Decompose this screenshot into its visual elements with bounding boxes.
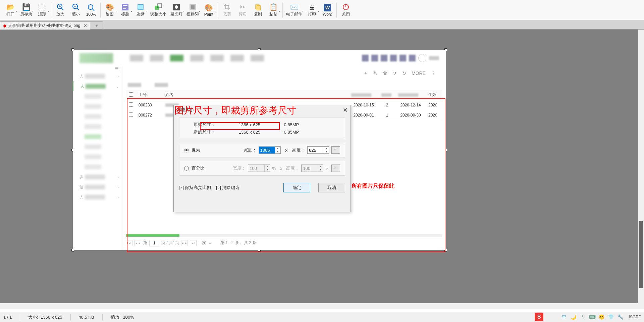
annotation-text-2: 所有图片只保留此 [352, 183, 394, 190]
spotlight-button[interactable]: 聚光灯▾ [168, 1, 184, 19]
horizontal-scrollbar[interactable] [0, 303, 638, 309]
edit-icon[interactable]: ✎ [373, 71, 377, 76]
blur-button[interactable]: 模糊50▾ [184, 1, 201, 19]
open-button[interactable]: 📂打开▾ [3, 1, 18, 19]
cut-button: ✂剪切 [235, 1, 250, 19]
copy-button[interactable]: 复制 [250, 1, 266, 19]
pager-prev[interactable]: ◄◄ [135, 240, 141, 246]
zoom-out-button[interactable]: 缩小 [68, 1, 84, 19]
tab-close[interactable]: ✕ [84, 23, 87, 28]
logo [79, 53, 113, 63]
sidebar-item[interactable]: 人› [73, 192, 122, 202]
sidebar-item[interactable] [73, 122, 122, 132]
cancel-button[interactable]: 取消 [318, 183, 345, 192]
sidebar-item[interactable]: 实› [73, 172, 122, 182]
select-all-checkbox[interactable] [129, 92, 133, 97]
more-px-button[interactable]: ⋯ [331, 146, 340, 154]
tray-icon[interactable]: 😊 [598, 313, 605, 321]
rect-button[interactable]: 矩形▾ [34, 1, 50, 19]
draw-button[interactable]: 🎨绘图▾ [102, 1, 117, 19]
add-icon[interactable]: ＋ [363, 70, 368, 76]
new-size: 1366 x 625 [224, 130, 275, 135]
paste-button[interactable]: 📋粘贴▾ [266, 1, 281, 19]
vertical-scrollbar[interactable] [638, 30, 644, 309]
file-tab[interactable]: ◆ 人事管理-试用期变动-处理弹窗-确定.png ✕ [0, 21, 90, 30]
crop-icon [223, 3, 231, 11]
copy-icon [254, 3, 262, 11]
pixel-radio[interactable] [184, 148, 189, 152]
word-button[interactable]: WWord [320, 1, 335, 19]
tab-bar: ◆ 人事管理-试用期变动-处理弹窗-确定.png ✕ ＋ [0, 20, 644, 30]
antialias-checkbox[interactable]: ✓消除锯齿 [216, 185, 239, 191]
annotation-text-1: 图片尺寸，即裁剪所参考尺寸 [174, 104, 297, 117]
save-as-button[interactable]: 💾另存为▾ [18, 1, 34, 19]
menu-icon[interactable]: ⋮ [431, 71, 436, 76]
canvas-area[interactable]: ☰ 人› 人⌄ 实› 信› 人› ＋ ✎ 🗑 ⧩ [0, 30, 644, 309]
ok-button[interactable]: 确定 [283, 183, 310, 192]
svg-line-9 [92, 9, 94, 11]
annotation-rect-2 [200, 122, 280, 130]
refresh-icon[interactable]: ↻ [402, 71, 406, 76]
paint-button[interactable]: 🎨Paint▾ [201, 1, 216, 19]
sidebar-item[interactable] [73, 142, 122, 152]
tray-icon[interactable]: °, [579, 313, 587, 321]
row-checkbox[interactable] [129, 112, 133, 117]
svg-rect-11 [123, 5, 127, 6]
spotlight-icon [172, 3, 181, 11]
tray-settings-icon[interactable]: 🔧 [617, 313, 624, 321]
svg-line-6 [77, 8, 79, 10]
print-button[interactable]: 🖨打印▾ [304, 1, 320, 19]
sidebar-item[interactable] [73, 132, 122, 142]
sidebar-item[interactable] [73, 101, 122, 111]
modified-dot-icon: ◆ [3, 23, 7, 28]
more-button[interactable]: MORE [412, 71, 426, 76]
sidebar-item[interactable] [73, 152, 122, 162]
ime-icon[interactable]: S [535, 313, 543, 321]
width-px-input[interactable]: ▲▼ [259, 146, 281, 154]
pager-next[interactable]: ►► [181, 240, 188, 246]
edge-icon [136, 3, 145, 11]
sidebar-item[interactable] [73, 162, 122, 172]
title-button[interactable]: 标题▾ [117, 1, 133, 19]
sidebar-item[interactable]: 人› [73, 71, 122, 81]
edge-button[interactable]: 边缘▾ [133, 1, 148, 19]
svg-rect-13 [123, 8, 126, 9]
pager-last[interactable]: ►I [190, 240, 197, 246]
sidebar-item[interactable]: 人⌄ [73, 81, 122, 91]
resize-button[interactable]: 调整大小 [148, 1, 168, 19]
status-zoom: 100% [123, 315, 134, 320]
sidebar-item[interactable] [73, 91, 122, 101]
zoom-in-button[interactable]: 放大 [53, 1, 68, 19]
close-button[interactable]: 关闭 [338, 1, 354, 19]
dialog-close-button[interactable]: ✕ [342, 106, 348, 114]
tray-icon[interactable]: 👕 [607, 313, 615, 321]
filter-icon[interactable]: ⧩ [393, 71, 397, 76]
folder-open-icon: 📂 [6, 3, 15, 11]
keep-ratio-checkbox[interactable]: ✓保持高宽比例 [179, 185, 211, 191]
tab-add-button[interactable]: ＋ [90, 21, 103, 30]
email-button[interactable]: ✉️电子邮件▾ [284, 1, 304, 19]
email-icon: ✉️ [290, 3, 299, 11]
zoom-out-icon [71, 3, 80, 11]
sidebar-item[interactable]: 信› [73, 182, 122, 192]
delete-icon[interactable]: 🗑 [383, 71, 387, 76]
tray-icon[interactable]: 中 [560, 313, 568, 321]
table-header: 工号 姓名 生效 [126, 90, 442, 100]
more-pct-button[interactable]: ⋯ [331, 165, 340, 172]
row-checkbox[interactable] [129, 102, 133, 107]
svg-line-2 [61, 8, 63, 10]
page-input[interactable] [149, 240, 159, 246]
tray-keyboard-icon[interactable]: ⌨ [589, 313, 596, 321]
svg-rect-0 [39, 4, 45, 10]
paint-icon: 🎨 [204, 3, 213, 12]
scrollbar-thumb[interactable] [639, 221, 643, 288]
rect-select-icon [38, 3, 46, 11]
pager-first[interactable]: I◄ [126, 240, 132, 246]
percent-radio[interactable] [184, 166, 189, 171]
svg-point-18 [175, 5, 178, 9]
tray-moon-icon[interactable]: 🌙 [570, 313, 577, 321]
zoom-100-button[interactable]: 100% [84, 1, 99, 19]
webpage-header [73, 50, 446, 66]
sidebar-item[interactable] [73, 111, 122, 122]
height-px-input[interactable]: ▲▼ [307, 146, 329, 154]
